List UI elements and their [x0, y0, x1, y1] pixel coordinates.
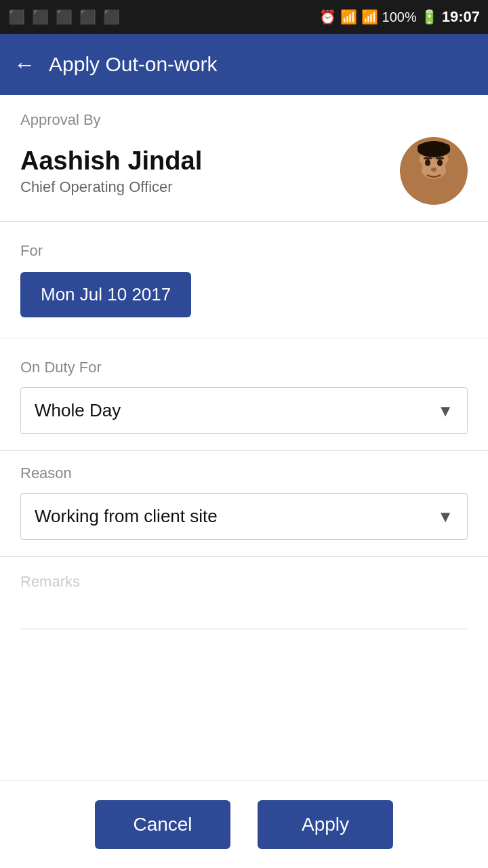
svg-rect-11	[418, 144, 450, 154]
back-button[interactable]: ←	[14, 52, 35, 77]
android-icon: ⬛	[103, 9, 120, 25]
app-bar: ← Apply Out-on-work	[0, 34, 488, 95]
reason-selected-value: Working from client site	[35, 506, 218, 527]
approval-section: Approval By Aashish Jindal Chief Operati…	[0, 95, 488, 222]
reason-label: Reason	[20, 465, 468, 482]
message-icon: ⬛	[79, 9, 96, 25]
duty-label: On Duty For	[20, 359, 468, 376]
battery-icon: 🔋	[421, 9, 438, 25]
for-label: For	[20, 242, 468, 260]
signal-icon: 📶	[361, 9, 378, 25]
svg-rect-6	[436, 157, 444, 159]
image-icon: ⬛	[56, 9, 73, 25]
gamepad-icon: ⬛	[32, 9, 49, 25]
svg-point-9	[445, 161, 452, 172]
status-bar: ⬛ ⬛ ⬛ ⬛ ⬛ ⏰ 📶 📶 100% 🔋 19:07	[0, 0, 488, 34]
svg-rect-5	[424, 157, 432, 159]
approver-role: Chief Operating Officer	[20, 178, 202, 196]
svg-point-3	[425, 159, 430, 166]
reason-dropdown-arrow: ▼	[437, 507, 453, 526]
remarks-label: Remarks	[20, 573, 468, 591]
approver-row: Aashish Jindal Chief Operating Officer	[20, 137, 468, 205]
approver-info: Aashish Jindal Chief Operating Officer	[20, 146, 202, 196]
wifi-icon: 📶	[340, 9, 357, 25]
apply-button[interactable]: Apply	[258, 800, 393, 849]
svg-point-7	[431, 167, 436, 172]
status-icons-left: ⬛ ⬛ ⬛ ⬛ ⬛	[8, 9, 120, 25]
svg-point-4	[437, 159, 443, 166]
status-icons-right: ⏰ 📶 📶 100% 🔋 19:07	[319, 8, 480, 26]
remarks-section: Remarks	[0, 556, 488, 629]
date-picker-button[interactable]: Mon Jul 10 2017	[20, 272, 191, 317]
svg-point-8	[415, 161, 422, 172]
approval-label: Approval By	[20, 111, 468, 129]
bottom-action-bar: Cancel Apply	[0, 780, 488, 868]
duty-dropdown-arrow: ▼	[437, 401, 453, 420]
approver-avatar	[400, 137, 468, 205]
for-section: For Mon Jul 10 2017	[0, 222, 488, 338]
remarks-input[interactable]	[20, 597, 468, 629]
page-title: Apply Out-on-work	[49, 53, 217, 76]
approver-name: Aashish Jindal	[20, 146, 202, 176]
alarm-icon: ⏰	[319, 9, 336, 25]
duty-selected-value: Whole Day	[35, 400, 121, 421]
main-content: Approval By Aashish Jindal Chief Operati…	[0, 95, 488, 868]
battery-text: 100%	[382, 9, 417, 25]
duty-section: On Duty For Whole Day ▼	[0, 338, 488, 434]
reason-section: Reason Working from client site ▼	[0, 450, 488, 540]
time-display: 19:07	[442, 8, 480, 26]
notification-icon: ⬛	[8, 9, 25, 25]
duty-dropdown[interactable]: Whole Day ▼	[20, 387, 468, 434]
reason-dropdown[interactable]: Working from client site ▼	[20, 493, 468, 540]
cancel-button[interactable]: Cancel	[95, 800, 230, 849]
